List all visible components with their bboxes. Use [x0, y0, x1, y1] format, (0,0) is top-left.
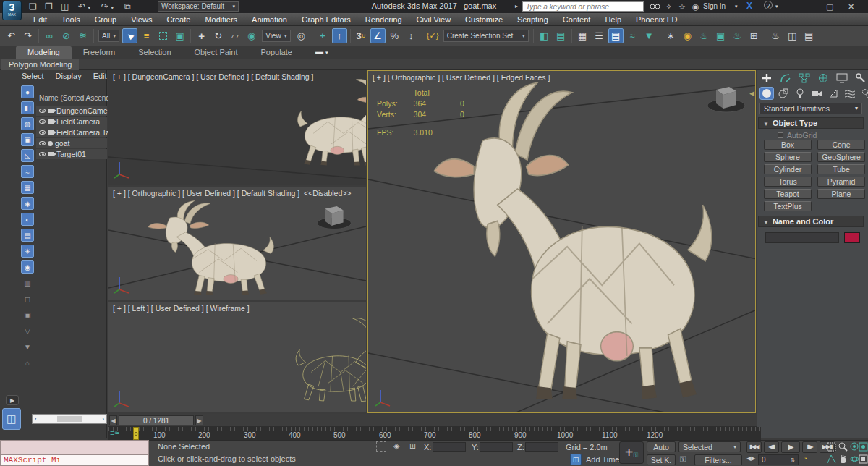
auto-key-button[interactable]: Auto	[647, 441, 676, 452]
cylinder-button[interactable]: Cylinder	[764, 164, 812, 174]
key-filter-dropdown[interactable]: Selected▾	[678, 441, 741, 452]
render-setup-icon[interactable]: ♨	[697, 28, 712, 43]
minimize-button[interactable]: ─	[804, 0, 810, 13]
named-selection-sets-icon[interactable]: {✓}	[425, 28, 441, 43]
viewport-orthographic-small[interactable]: [ + ] [ Orthographic ] [ User Defined ] …	[109, 187, 366, 300]
keyboard-override-icon[interactable]: ↑	[332, 28, 347, 43]
sphere-button[interactable]: Sphere	[764, 152, 812, 162]
maximize-viewport-toggle-icon[interactable]	[858, 454, 868, 464]
object-name-field[interactable]	[765, 232, 839, 243]
tab-populate[interactable]: Populate	[249, 46, 303, 59]
tab-display-icon[interactable]	[835, 72, 849, 85]
menu-animation[interactable]: Animation	[244, 13, 294, 26]
menu-modifiers[interactable]: Modifiers	[197, 13, 244, 26]
chevron-down-icon[interactable]: ▾	[775, 0, 778, 13]
collapse-all-icon[interactable]: ◻	[21, 292, 34, 305]
select-object-icon[interactable]: ▲	[122, 28, 137, 43]
list-item-dungeoncamera[interactable]: DungeonCamera	[36, 106, 107, 116]
search-icon[interactable]	[650, 3, 661, 10]
filter-funnel-icon[interactable]: ▽	[21, 324, 34, 337]
explorer-horizontal-scrollbar[interactable]: ‹ ›	[32, 414, 107, 424]
select-and-scale-icon[interactable]: ▱	[227, 28, 242, 43]
select-and-place-icon[interactable]: ◉	[244, 28, 259, 43]
snaps-toggle-icon[interactable]: 3∪	[354, 28, 369, 43]
object-color-swatch[interactable]	[844, 232, 860, 243]
toggle-scene-explorer-icon[interactable]: ▤	[608, 28, 624, 43]
scrollbar-thumb[interactable]	[57, 416, 82, 422]
autogrid-checkbox[interactable]	[778, 132, 783, 138]
display-cameras-toggle[interactable]: ▣	[21, 133, 34, 146]
selection-set-dropdown[interactable]: Create Selection Set▾	[443, 30, 529, 42]
project-folder-icon[interactable]: ⧉	[124, 0, 131, 13]
schematic-view-icon[interactable]: ▼	[642, 28, 657, 43]
category-helpers-icon[interactable]	[826, 87, 841, 100]
box-button[interactable]: Box	[764, 140, 812, 150]
search-input[interactable]	[522, 1, 644, 12]
display-spacewarps-toggle[interactable]: ≈	[21, 165, 34, 178]
zoom-extents-all-icon[interactable]	[858, 441, 868, 452]
visibility-eye-icon[interactable]	[39, 119, 46, 124]
next-frame-button[interactable]: ▮▶	[802, 441, 817, 453]
display-frozen-toggle[interactable]: ✳	[21, 245, 34, 258]
pyramid-button[interactable]: Pyramid	[817, 177, 865, 187]
key-mode-toggle-icon[interactable]: ◔	[803, 454, 808, 463]
app-logo[interactable]: 3 MAX	[2, 1, 22, 20]
z-coordinate-field[interactable]	[525, 442, 558, 452]
name-and-color-rollout[interactable]: ▼Name and Color	[758, 216, 864, 227]
rendered-frame-window-icon[interactable]: ▣	[713, 28, 728, 43]
field-of-view-icon[interactable]	[826, 454, 836, 464]
visibility-eye-icon[interactable]	[39, 141, 46, 145]
menu-help[interactable]: Help	[597, 13, 629, 26]
zoom-region-icon[interactable]	[826, 441, 836, 452]
object-type-rollout[interactable]: ▼Object Type	[758, 117, 864, 129]
render-production-icon[interactable]: ♨	[730, 28, 745, 43]
filters-button[interactable]: Filters...	[694, 454, 742, 465]
teapot-button[interactable]: Teapot	[764, 189, 812, 199]
select-and-rotate-icon[interactable]: ↻	[210, 28, 226, 43]
close-button[interactable]: ✕	[848, 0, 854, 13]
render-in-cloud-icon[interactable]: ⊞	[746, 28, 762, 43]
category-geometry-icon[interactable]	[760, 87, 774, 100]
snaps-utility-icon[interactable]: ∗	[663, 28, 678, 43]
percent-snap-icon[interactable]: %	[387, 28, 402, 43]
viewport-label[interactable]: [ + ] [ Orthographic ] [ User Defined ] …	[113, 189, 352, 198]
tab-modify-icon[interactable]	[778, 72, 793, 85]
tab-hierarchy-icon[interactable]	[797, 72, 812, 85]
display-all-toggle[interactable]: ●	[21, 85, 34, 98]
isolate-selection-icon[interactable]	[376, 441, 386, 452]
viewport-layout-flyout-icon[interactable]: ▶	[6, 395, 19, 405]
list-item-target01[interactable]: Target01	[36, 149, 107, 159]
geosphere-button[interactable]: GeoSphere	[817, 152, 865, 162]
menu-tools[interactable]: Tools	[54, 13, 88, 26]
menu-phoenix-fd[interactable]: Phoenix FD	[629, 13, 684, 26]
tab-modeling[interactable]: Modeling	[16, 46, 72, 59]
maximize-button[interactable]: ▢	[826, 0, 833, 13]
tab-utilities-icon[interactable]	[854, 72, 868, 85]
tab-motion-icon[interactable]	[816, 72, 830, 85]
zoom-icon[interactable]	[838, 441, 848, 452]
use-pivot-center-icon[interactable]: ◎	[294, 28, 309, 43]
viewport-left-wireframe[interactable]: [ + ] [ Left ] [ User Defined ] [ Wirefr…	[109, 302, 366, 412]
category-systems-icon[interactable]	[859, 87, 868, 100]
x-coordinate-field[interactable]	[433, 442, 466, 452]
visibility-eye-icon[interactable]	[39, 130, 46, 135]
select-by-name-icon[interactable]: ≡	[139, 28, 154, 43]
material-editor-icon[interactable]: ◉	[680, 28, 695, 43]
display-containers-toggle[interactable]: ▤	[21, 229, 34, 242]
list-item-fieldcamera-target[interactable]: FieldCamera.Tar	[36, 127, 107, 137]
display-geometry-toggle[interactable]: ◧	[21, 101, 34, 114]
unlink-selection-icon[interactable]: ⊘	[59, 28, 74, 43]
spinner-snap-icon[interactable]: ↕	[404, 28, 419, 43]
spinner-icon[interactable]: ⇅	[791, 455, 795, 465]
container-icon[interactable]: ⌂	[21, 356, 34, 369]
polygon-modeling-panel[interactable]: Polygon Modeling	[1, 59, 79, 70]
category-spacewarps-icon[interactable]	[843, 87, 857, 100]
frame-back-icon[interactable]: ◀	[109, 415, 117, 425]
set-key-mode-button[interactable]: Set K.	[647, 454, 676, 465]
maxscript-mini-listener[interactable]: MAXScript Mi	[0, 454, 149, 466]
reference-coordinate-dropdown[interactable]: View▾	[262, 30, 291, 42]
open-file-icon[interactable]: ❐	[45, 0, 53, 13]
menu-create[interactable]: Create	[159, 13, 197, 26]
viewport-main-orthographic[interactable]: [ + ] [ Orthographic ] [ User Defined ] …	[367, 70, 756, 413]
viewport-dungeoncamera[interactable]: [ + ] [ DungeonCamera ] [ User Defined ]…	[109, 70, 366, 185]
